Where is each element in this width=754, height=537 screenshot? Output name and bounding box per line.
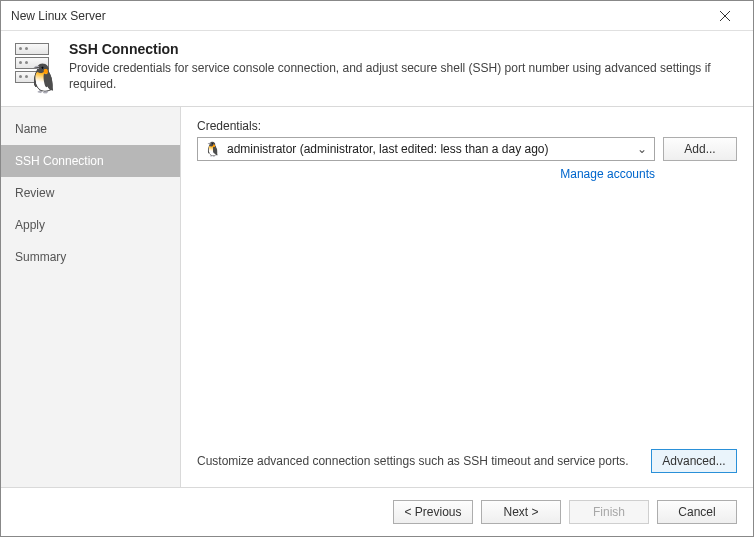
window-title: New Linux Server <box>11 9 705 23</box>
step-ssh-connection[interactable]: SSH Connection <box>1 145 180 177</box>
wizard-window: New Linux Server 🐧 SSH Connection Provid… <box>0 0 754 537</box>
penguin-icon: 🐧 <box>204 142 221 156</box>
step-content: Credentials: 🐧 administrator (administra… <box>181 107 753 487</box>
wizard-footer: < Previous Next > Finish Cancel <box>1 487 753 536</box>
server-linux-icon: 🐧 <box>15 41 55 89</box>
wizard-steps-sidebar: Name SSH Connection Review Apply Summary <box>1 107 181 487</box>
close-icon <box>720 11 730 21</box>
cancel-button[interactable]: Cancel <box>657 500 737 524</box>
close-button[interactable] <box>705 2 745 30</box>
wizard-header: 🐧 SSH Connection Provide credentials for… <box>1 31 753 107</box>
step-summary[interactable]: Summary <box>1 241 180 273</box>
previous-button[interactable]: < Previous <box>393 500 473 524</box>
manage-accounts-link[interactable]: Manage accounts <box>560 167 655 181</box>
advanced-description: Customize advanced connection settings s… <box>197 454 639 468</box>
page-title: SSH Connection <box>69 41 739 57</box>
wizard-body: Name SSH Connection Review Apply Summary… <box>1 107 753 487</box>
add-credentials-button[interactable]: Add... <box>663 137 737 161</box>
step-name[interactable]: Name <box>1 113 180 145</box>
step-apply[interactable]: Apply <box>1 209 180 241</box>
credentials-selected-value: administrator (administrator, last edite… <box>227 142 628 156</box>
credentials-dropdown[interactable]: 🐧 administrator (administrator, last edi… <box>197 137 655 161</box>
finish-button[interactable]: Finish <box>569 500 649 524</box>
penguin-icon: 🐧 <box>26 65 61 93</box>
next-button[interactable]: Next > <box>481 500 561 524</box>
page-description: Provide credentials for service console … <box>69 61 739 92</box>
chevron-down-icon: ⌄ <box>634 142 650 156</box>
credentials-label: Credentials: <box>197 119 737 133</box>
step-review[interactable]: Review <box>1 177 180 209</box>
titlebar: New Linux Server <box>1 1 753 31</box>
advanced-button[interactable]: Advanced... <box>651 449 737 473</box>
